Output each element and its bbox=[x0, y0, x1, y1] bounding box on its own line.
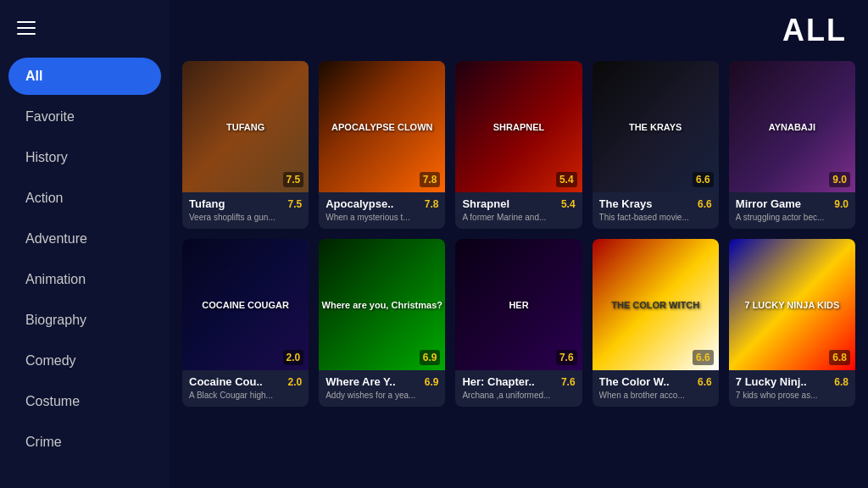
movie-rating: 7.8 bbox=[420, 172, 441, 187]
movie-card-colorwitch[interactable]: THE COLOR WITCH 6.6 The Color W.. 6.6 Wh… bbox=[593, 239, 719, 407]
movie-info: Her: Chapter.. 7.6 Archana ,a uniformed.… bbox=[455, 370, 581, 407]
movie-rating: 7.5 bbox=[283, 172, 304, 187]
movie-title: Cocaine Cou.. bbox=[189, 375, 263, 388]
movie-card-apocalypse[interactable]: APOCALYPSE CLOWN 7.8 Apocalypse.. 7.8 Wh… bbox=[319, 61, 445, 229]
movie-poster-tufang: TUFANG 7.5 bbox=[182, 61, 309, 192]
movie-card-krays[interactable]: THE KRAYS 6.6 The Krays 6.6 This fact-ba… bbox=[593, 61, 719, 229]
movie-card-tufang[interactable]: TUFANG 7.5 Tufang 7.5 Veera shoplifts a … bbox=[182, 61, 309, 229]
movie-info: Where Are Y.. 6.9 Addy wishes for a yea.… bbox=[319, 370, 445, 407]
movie-poster-christmas: Where are you, Christmas? 6.9 bbox=[319, 239, 445, 370]
sidebar-item-animation[interactable]: Animation bbox=[8, 261, 161, 298]
movie-title: The Color W.. bbox=[599, 375, 670, 388]
page-title: ALL bbox=[782, 13, 847, 48]
sidebar-item-all[interactable]: All bbox=[8, 58, 161, 95]
movie-info: Tufang 7.5 Veera shoplifts a gun... bbox=[182, 192, 309, 229]
movie-rating: 6.6 bbox=[693, 350, 714, 365]
sidebar-item-action[interactable]: Action bbox=[8, 180, 161, 217]
menu-icon[interactable] bbox=[17, 21, 36, 35]
movie-info: Cocaine Cou.. 2.0 A Black Cougar high... bbox=[182, 370, 309, 407]
movie-score: 5.4 bbox=[561, 198, 576, 210]
movie-rating: 7.6 bbox=[556, 350, 577, 365]
movie-poster-shrapnel: SHRAPNEL 5.4 bbox=[455, 61, 581, 192]
movie-score: 7.6 bbox=[561, 376, 576, 388]
movie-title: Apocalypse.. bbox=[326, 197, 393, 210]
movie-score: 6.9 bbox=[425, 376, 439, 388]
movie-card-cocaine[interactable]: COCAINE COUGAR 2.0 Cocaine Cou.. 2.0 A B… bbox=[182, 239, 309, 407]
movie-card-ninja[interactable]: 7 LUCKY NINJA KIDS 6.8 7 Lucky Ninj.. 6.… bbox=[729, 239, 855, 407]
movie-card-her[interactable]: HER 7.6 Her: Chapter.. 7.6 Archana ,a un… bbox=[455, 239, 581, 407]
movie-title: Tufang bbox=[189, 197, 225, 210]
movie-card-shrapnel[interactable]: SHRAPNEL 5.4 Shrapnel 5.4 A former Marin… bbox=[455, 61, 581, 229]
movie-info: 7 Lucky Ninj.. 6.8 7 kids who prose as..… bbox=[729, 370, 855, 407]
movie-poster-cocaine: COCAINE COUGAR 2.0 bbox=[182, 239, 309, 370]
movie-title: Shrapnel bbox=[462, 197, 509, 210]
movie-info: Shrapnel 5.4 A former Marine and... bbox=[455, 192, 581, 229]
movie-card-mirror[interactable]: AYNABAJI 9.0 Mirror Game 9.0 A strugglin… bbox=[729, 61, 855, 229]
sidebar-item-adventure[interactable]: Adventure bbox=[8, 220, 161, 258]
movie-score: 6.6 bbox=[698, 376, 712, 388]
movie-score: 6.8 bbox=[834, 376, 849, 388]
movie-info: The Color W.. 6.6 When a brother acco... bbox=[593, 370, 719, 407]
movie-title: 7 Lucky Ninj.. bbox=[736, 375, 807, 388]
sidebar-item-costume[interactable]: Costume bbox=[8, 383, 161, 420]
movie-score: 7.5 bbox=[288, 198, 303, 210]
movie-score: 7.8 bbox=[425, 198, 439, 210]
movie-poster-apocalypse: APOCALYPSE CLOWN 7.8 bbox=[319, 61, 445, 192]
movie-score: 2.0 bbox=[288, 376, 303, 388]
movie-score: 9.0 bbox=[834, 198, 849, 210]
movie-desc: A Black Cougar high... bbox=[189, 391, 302, 400]
movie-poster-colorwitch: THE COLOR WITCH 6.6 bbox=[593, 239, 719, 370]
movie-info: The Krays 6.6 This fact-based movie... bbox=[593, 192, 719, 229]
movies-grid: TUFANG 7.5 Tufang 7.5 Veera shoplifts a … bbox=[182, 61, 855, 407]
sidebar-item-favorite[interactable]: Favorite bbox=[8, 98, 161, 136]
movie-info: Mirror Game 9.0 A struggling actor bec..… bbox=[729, 192, 855, 229]
movie-desc: 7 kids who prose as... bbox=[736, 391, 849, 400]
movie-desc: Addy wishes for a yea... bbox=[326, 391, 438, 400]
movie-desc: Veera shoplifts a gun... bbox=[189, 213, 302, 222]
sidebar-item-crime[interactable]: Crime bbox=[8, 424, 161, 461]
movie-desc: When a brother acco... bbox=[599, 391, 712, 400]
sidebar-item-biography[interactable]: Biography bbox=[8, 302, 161, 339]
movie-rating: 6.6 bbox=[693, 172, 714, 187]
sidebar-header bbox=[0, 8, 170, 47]
movie-poster-mirror: AYNABAJI 9.0 bbox=[729, 61, 855, 192]
movie-desc: This fact-based movie... bbox=[599, 213, 712, 222]
movie-title: Her: Chapter.. bbox=[462, 375, 534, 388]
movie-title: The Krays bbox=[599, 197, 653, 210]
movie-card-christmas[interactable]: Where are you, Christmas? 6.9 Where Are … bbox=[319, 239, 445, 407]
movie-rating: 6.8 bbox=[829, 350, 850, 365]
movie-desc: A struggling actor bec... bbox=[736, 213, 849, 222]
movie-info: Apocalypse.. 7.8 When a mysterious t... bbox=[319, 192, 445, 229]
movie-rating: 5.4 bbox=[556, 172, 577, 187]
movie-desc: A former Marine and... bbox=[462, 213, 575, 222]
main-content: ALL TUFANG 7.5 Tufang 7.5 Veera shoplift… bbox=[170, 0, 868, 488]
movie-score: 6.6 bbox=[698, 198, 712, 210]
movie-poster-her: HER 7.6 bbox=[455, 239, 581, 370]
movie-rating: 9.0 bbox=[829, 172, 850, 187]
movie-title: Mirror Game bbox=[736, 197, 801, 210]
movie-title: Where Are Y.. bbox=[326, 375, 395, 388]
movie-poster-ninja: 7 LUCKY NINJA KIDS 6.8 bbox=[729, 239, 855, 370]
movie-poster-krays: THE KRAYS 6.6 bbox=[593, 61, 719, 192]
sidebar-item-history[interactable]: History bbox=[8, 139, 161, 176]
movie-desc: Archana ,a uniformed... bbox=[462, 391, 575, 400]
movie-rating: 2.0 bbox=[283, 350, 304, 365]
sidebar: All Favorite History Action Adventure An… bbox=[0, 0, 170, 488]
sidebar-item-comedy[interactable]: Comedy bbox=[8, 342, 161, 380]
sidebar-nav: All Favorite History Action Adventure An… bbox=[0, 47, 170, 471]
movie-desc: When a mysterious t... bbox=[326, 213, 438, 222]
page-header: ALL bbox=[182, 13, 855, 48]
movie-rating: 6.9 bbox=[420, 350, 441, 365]
